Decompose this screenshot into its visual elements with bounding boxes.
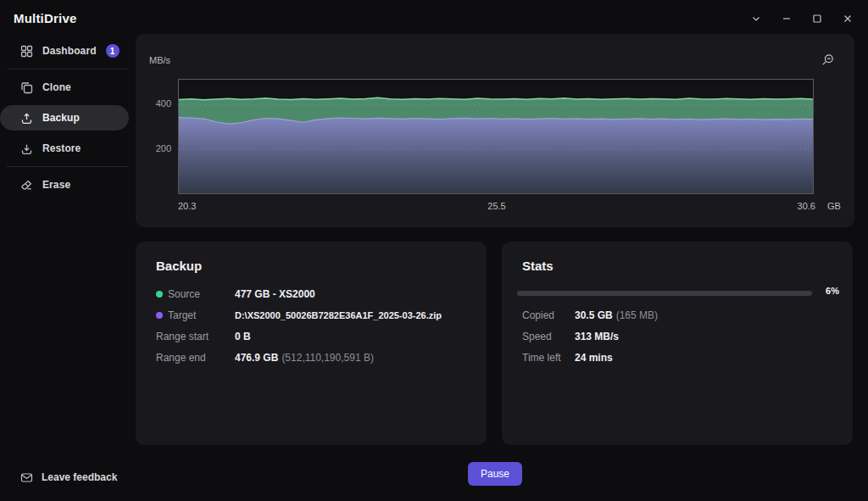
dashboard-badge: 1 bbox=[106, 44, 120, 58]
sidebar-item-erase[interactable]: Erase bbox=[0, 172, 129, 198]
leave-feedback-label: Leave feedback bbox=[42, 471, 117, 483]
progress-percent-label: 6% bbox=[826, 286, 839, 296]
source-label: Source bbox=[156, 288, 235, 300]
time-left-value: 24 mins bbox=[575, 352, 613, 364]
app-window: MultiDrive bbox=[0, 0, 868, 501]
x-tick-start: 20.3 bbox=[178, 201, 196, 211]
target-label: Target bbox=[156, 309, 235, 321]
copied-recent: (165 MB) bbox=[616, 309, 658, 321]
stats-card-title: Stats bbox=[522, 259, 554, 273]
range-start-label: Range start bbox=[156, 331, 235, 342]
range-start-row: Range start 0 B bbox=[156, 331, 473, 342]
sidebar-item-label: Erase bbox=[42, 179, 70, 191]
backup-card-title: Backup bbox=[156, 259, 202, 273]
source-value: 477 GB - XS2000 bbox=[235, 288, 315, 300]
speed-chart-plot bbox=[178, 79, 814, 194]
close-icon bbox=[843, 14, 853, 24]
sidebar-item-backup[interactable]: Backup bbox=[0, 105, 129, 131]
stats-card: Stats 6% Copied 30.5 GB(165 MB) Speed 31… bbox=[502, 242, 853, 445]
backup-info-card: Backup Source 477 GB - XS2000 Target D:\… bbox=[136, 242, 487, 445]
range-end-label: Range end bbox=[156, 352, 235, 364]
sidebar-divider bbox=[7, 69, 129, 70]
copied-value: 30.5 GB(165 MB) bbox=[575, 309, 658, 321]
time-left-label: Time left bbox=[522, 352, 575, 364]
speed-chart-card: MB/s 400 200 20.3 25.5 30.6 GB bbox=[136, 34, 854, 227]
speed-area-chart bbox=[179, 80, 813, 193]
sidebar-item-clone[interactable]: Clone bbox=[0, 75, 129, 100]
copied-row: Copied 30.5 GB(165 MB) bbox=[522, 309, 839, 321]
speed-value: 313 MB/s bbox=[575, 331, 619, 342]
target-row: Target D:\XS2000_50026B7282E36A1F_2025-0… bbox=[156, 309, 473, 321]
x-axis-unit-label: GB bbox=[827, 201, 841, 211]
range-start-value: 0 B bbox=[235, 331, 251, 342]
minimize-button[interactable] bbox=[775, 8, 798, 29]
source-dot bbox=[156, 291, 163, 298]
x-tick-end: 30.6 bbox=[798, 201, 815, 211]
progress-bar-fill bbox=[517, 291, 535, 296]
leave-feedback-button[interactable]: Leave feedback bbox=[0, 465, 117, 490]
window-menu-button[interactable] bbox=[744, 8, 768, 29]
range-end-value: 476.9 GB(512,110,190,591 B) bbox=[235, 352, 374, 364]
minimize-icon bbox=[782, 14, 792, 24]
pause-button[interactable]: Pause bbox=[468, 462, 522, 486]
speed-label: Speed bbox=[522, 331, 575, 342]
source-row: Source 477 GB - XS2000 bbox=[156, 288, 473, 300]
envelope-icon bbox=[20, 471, 33, 484]
dashboard-grid-icon bbox=[20, 45, 33, 58]
close-button[interactable] bbox=[836, 8, 860, 29]
sidebar-item-label: Restore bbox=[42, 142, 81, 154]
chevron-down-icon bbox=[751, 14, 761, 24]
range-end-bytes: (512,110,190,591 B) bbox=[281, 352, 374, 364]
eraser-icon bbox=[20, 179, 33, 192]
y-tick-200: 200 bbox=[142, 143, 171, 153]
sidebar-divider bbox=[7, 166, 129, 167]
backup-upload-icon bbox=[20, 112, 33, 125]
y-tick-400: 400 bbox=[142, 98, 171, 109]
sidebar-item-label: Clone bbox=[42, 81, 71, 93]
target-dot bbox=[156, 312, 163, 319]
sidebar: Dashboard 1 Clone Backup Restore bbox=[0, 37, 136, 501]
x-axis-ticks: 20.3 25.5 30.6 bbox=[178, 201, 815, 211]
window-controls bbox=[744, 8, 860, 29]
zoom-out-icon bbox=[821, 53, 834, 70]
restore-download-icon bbox=[20, 142, 33, 155]
copied-label: Copied bbox=[522, 309, 575, 321]
titlebar: MultiDrive bbox=[0, 0, 868, 37]
sidebar-item-dashboard[interactable]: Dashboard 1 bbox=[0, 38, 129, 64]
clone-copy-icon bbox=[20, 81, 33, 94]
sidebar-item-label: Backup bbox=[42, 112, 80, 124]
maximize-button[interactable] bbox=[805, 8, 829, 29]
progress-bar bbox=[517, 291, 812, 296]
target-value: D:\XS2000_50026B7282E36A1F_2025-03-26.zi… bbox=[235, 310, 442, 320]
x-tick-mid: 25.5 bbox=[487, 201, 505, 211]
speed-row: Speed 313 MB/s bbox=[522, 331, 839, 342]
sidebar-item-restore[interactable]: Restore bbox=[0, 136, 129, 161]
y-axis-unit-label: MB/s bbox=[149, 55, 170, 65]
app-title: MultiDrive bbox=[14, 11, 77, 25]
sidebar-item-label: Dashboard bbox=[42, 45, 97, 57]
zoom-out-button[interactable] bbox=[819, 53, 836, 70]
maximize-icon bbox=[812, 14, 822, 24]
range-end-row: Range end 476.9 GB(512,110,190,591 B) bbox=[156, 352, 473, 364]
time-left-row: Time left 24 mins bbox=[522, 352, 839, 364]
